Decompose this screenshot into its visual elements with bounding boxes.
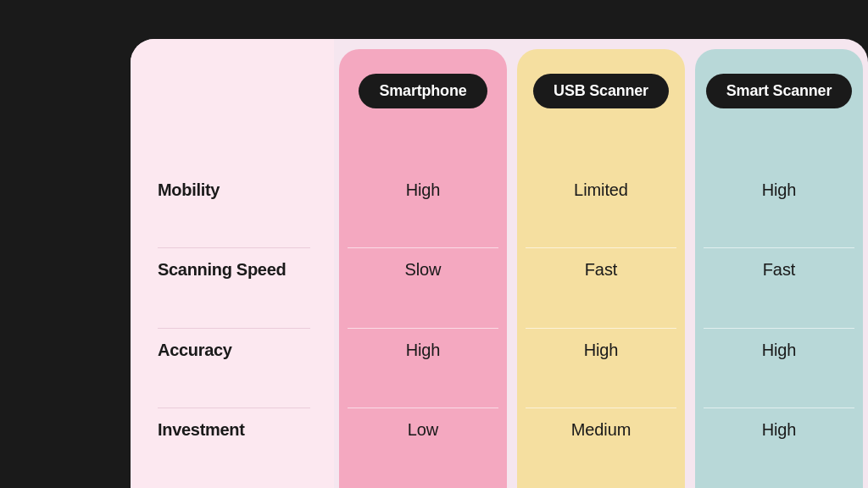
col-rows-smartphone: HighSlowHighLow [339, 132, 507, 488]
cell-value-smartphone-0: High [406, 180, 441, 200]
col-cell-smart-0: High [704, 169, 854, 212]
cell-value-usb-1: Fast [585, 260, 618, 280]
outer-container: MobilityScanning SpeedAccuracyInvestment… [0, 0, 868, 488]
col-cell-usb-2: High [526, 328, 676, 372]
label-cell-0: Mobility [158, 169, 310, 212]
col-cell-usb-3: Medium [526, 408, 676, 452]
data-col-usb: USB ScannerLimitedFastHighMedium [517, 49, 685, 488]
label-text-2: Accuracy [158, 341, 232, 360]
comparison-table: MobilityScanning SpeedAccuracyInvestment… [131, 39, 868, 488]
col-header-usb: USB Scanner [517, 49, 685, 132]
col-rows-smart: HighFastHighHigh [695, 132, 863, 488]
cell-value-usb-0: Limited [574, 180, 628, 200]
cell-value-smartphone-2: High [406, 341, 441, 360]
col-header-pill-usb: USB Scanner [533, 74, 669, 108]
cell-value-smartphone-1: Slow [405, 260, 442, 280]
cell-value-usb-2: High [584, 341, 619, 360]
cell-value-smart-2: High [762, 341, 797, 360]
label-cell-3: Investment [158, 408, 310, 452]
col-cell-smart-3: High [704, 408, 854, 452]
label-spacer [158, 39, 310, 132]
col-header-pill-smartphone: Smartphone [359, 74, 487, 108]
label-text-3: Investment [158, 420, 245, 440]
data-col-smart: Smart ScannerHighFastHighHigh [695, 49, 863, 488]
col-cell-smart-1: Fast [704, 247, 854, 291]
label-cell-1: Scanning Speed [158, 247, 310, 291]
col-cell-smart-2: High [704, 328, 854, 372]
cell-value-smart-3: High [762, 420, 797, 440]
cell-value-smart-0: High [762, 180, 797, 200]
col-cell-smartphone-1: Slow [348, 247, 498, 291]
col-header-pill-smart: Smart Scanner [706, 74, 852, 108]
col-rows-usb: LimitedFastHighMedium [517, 132, 685, 488]
label-rows: MobilityScanning SpeedAccuracyInvestment [158, 132, 310, 488]
labels-column: MobilityScanning SpeedAccuracyInvestment [131, 39, 334, 488]
col-cell-smartphone-2: High [348, 328, 498, 372]
cell-value-usb-3: Medium [571, 420, 632, 440]
col-cell-usb-0: Limited [526, 169, 676, 212]
col-cell-usb-1: Fast [526, 247, 676, 291]
cell-value-smart-1: Fast [763, 260, 796, 280]
col-cell-smartphone-0: High [348, 169, 498, 212]
label-cell-2: Accuracy [158, 328, 310, 372]
col-header-smartphone: Smartphone [339, 49, 507, 132]
col-header-smart: Smart Scanner [695, 49, 863, 132]
data-col-smartphone: SmartphoneHighSlowHighLow [339, 49, 507, 488]
label-text-0: Mobility [158, 180, 220, 200]
col-cell-smartphone-3: Low [348, 408, 498, 452]
cell-value-smartphone-3: Low [408, 420, 438, 440]
label-text-1: Scanning Speed [158, 260, 286, 280]
